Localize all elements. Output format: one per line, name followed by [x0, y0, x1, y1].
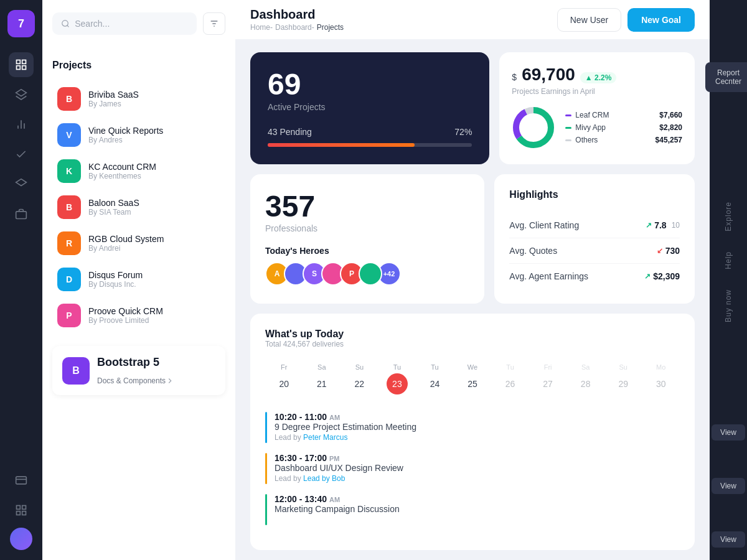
calendar-day[interactable]: Tu 23 [378, 358, 416, 399]
buy-now-tab[interactable]: Buy now [716, 279, 740, 332]
event-details: 16:30 - 17:00 PM Dashboard UI/UX Design … [275, 453, 403, 484]
legend-name: Mivy App [575, 123, 645, 132]
calendar-day[interactable]: Tu 26 [491, 358, 529, 399]
bootstrap-banner: B Bootstrap 5 Docs & Components [52, 346, 225, 395]
professionals-card: 357 Professionals Today's Heroes ASP+42 [250, 174, 484, 304]
day-number: 28 [575, 373, 596, 394]
event-time: 12:00 - 13:40 AM [275, 494, 400, 504]
project-item-briviba[interactable]: B Briviba SaaS By James [52, 81, 225, 117]
sidebar-item-chart[interactable] [9, 112, 34, 137]
project-logo-rgb: R [57, 231, 81, 255]
highlight-row: Avg. Quotes ↙ 730 [509, 238, 680, 264]
project-logo-disqus: D [57, 268, 81, 291]
sidebar-item-grid2[interactable] [9, 498, 34, 523]
breadcrumb-nav: Home- Dashboard- Projects [250, 23, 344, 32]
highlights-list: Avg. Client Rating ↗ 7.810 Avg. Quotes ↙… [509, 213, 680, 289]
sidebar-item-grid[interactable] [9, 52, 34, 77]
progress-percent: 72% [454, 127, 472, 137]
event-person-link[interactable]: Peter Marcus [303, 433, 347, 442]
projects-panel: Projects B Briviba SaaS By James V Vine … [42, 0, 235, 560]
sidebar-item-check[interactable] [9, 142, 34, 167]
new-goal-button[interactable]: New Goal [627, 8, 695, 32]
day-name: Mo [644, 363, 677, 371]
project-item-proove[interactable]: P Proove Quick CRM By Proove Limited [52, 297, 225, 334]
filter-button[interactable] [203, 12, 225, 35]
calendar-day[interactable]: We 25 [454, 358, 492, 399]
project-info-baloon: Baloon SaaS By SIA Team [88, 198, 139, 217]
bottom-row: What's up Today Total 424,567 deliveries… [250, 314, 695, 550]
view-button-2[interactable]: View [712, 478, 745, 494]
earnings-amount-item: $45,257 [655, 136, 682, 144]
report-center-button[interactable]: Report Cecnter [705, 62, 747, 92]
event-lead: Lead by Peter Marcus [275, 433, 416, 442]
chevron-right-icon [166, 376, 174, 385]
project-item-kc[interactable]: K KC Account CRM By Keenthemes [52, 153, 225, 189]
explore-tab[interactable]: Explore [716, 192, 740, 241]
bottom-user-avatar[interactable] [10, 528, 32, 550]
project-info-proove: Proove Quick CRM By Proove Limited [88, 306, 163, 325]
sidebar-item-stack[interactable] [9, 172, 34, 197]
highlight-value: ↗ 7.810 [646, 220, 680, 230]
day-name: Su [607, 363, 640, 371]
sidebar-item-briefcase[interactable] [9, 202, 34, 226]
sidebar-item-layers[interactable] [9, 82, 34, 107]
project-logo-briviba: B [57, 87, 81, 111]
top-row: 69 Active Projects 43 Pending 72% $ [250, 52, 695, 164]
day-name: Sa [569, 363, 602, 371]
calendar-day[interactable]: Fri 27 [529, 358, 567, 399]
trend-icon: ↗ [646, 221, 652, 230]
day-number: 27 [537, 373, 558, 394]
day-number: 30 [651, 373, 672, 394]
project-info-kc: KC Account CRM By Keenthemes [88, 162, 156, 180]
calendar-day[interactable]: Fr 20 [265, 358, 303, 399]
earnings-amount-item: $2,820 [655, 123, 682, 132]
progress-bar-fill [268, 143, 415, 147]
legend-dot [565, 127, 571, 129]
event-person-link[interactable]: Lead by Bob [303, 474, 345, 483]
legend-dot [565, 139, 571, 141]
left-sidebar: 7 [0, 0, 42, 560]
schedule-title: What's up Today [265, 329, 680, 340]
progress-bar-track [268, 143, 472, 147]
day-name: Sa [306, 363, 339, 371]
calendar-day[interactable]: Tu 24 [416, 358, 454, 399]
trend-icon: ↗ [644, 272, 651, 281]
view-button-3[interactable]: View [712, 531, 745, 548]
highlight-row: Avg. Client Rating ↗ 7.810 [509, 213, 680, 238]
event-item: 12:00 - 13:40 AM Marketing Campaign Disc… [265, 494, 680, 525]
avatars-row: ASP+42 [265, 262, 469, 286]
event-title: 9 Degree Project Estimation Meeting [275, 422, 416, 432]
project-item-disqus[interactable]: D Disqus Forum By Disqus Inc. [52, 261, 225, 297]
project-info-vine: Vine Quick Reports By Andres [88, 126, 163, 144]
day-number: 23 [387, 373, 408, 394]
event-ampm: AM [329, 414, 340, 421]
highlights-title: Highlights [509, 189, 680, 200]
project-by-disqus: By Disqus Inc. [88, 280, 143, 289]
breadcrumb-projects: Projects [317, 23, 344, 32]
user-badge[interactable]: 7 [7, 10, 35, 37]
legend-name: Leaf CRM [575, 111, 645, 119]
day-name: Su [343, 363, 376, 371]
heroes-label: Today's Heroes [265, 246, 469, 256]
calendar-day[interactable]: Su 29 [604, 358, 642, 399]
day-name: We [456, 363, 489, 371]
help-tab[interactable]: Help [716, 241, 740, 279]
calendar-day[interactable]: Su 22 [341, 358, 378, 399]
new-user-button[interactable]: New User [557, 8, 621, 32]
project-item-vine[interactable]: V Vine Quick Reports By Andres [52, 117, 225, 153]
project-item-rgb[interactable]: R RGB Cloud System By Andrei [52, 225, 225, 261]
project-by-baloon: By SIA Team [88, 208, 139, 217]
search-input[interactable] [75, 19, 188, 29]
day-name: Tu [418, 363, 451, 371]
earnings-dollar: $ [512, 72, 517, 82]
calendar-day[interactable]: Mo 30 [642, 358, 680, 399]
project-name-baloon: Baloon SaaS [88, 198, 139, 208]
calendar-day[interactable]: Sa 28 [566, 358, 604, 399]
sidebar-item-card[interactable] [9, 468, 34, 493]
svg-rect-12 [17, 506, 21, 510]
project-item-baloon[interactable]: B Baloon SaaS By SIA Team [52, 189, 225, 225]
event-title: Dashboard UI/UX Design Review [275, 463, 403, 473]
calendar-day[interactable]: Sa 21 [303, 358, 341, 399]
day-name: Tu [381, 363, 414, 371]
view-button-1[interactable]: View [712, 424, 745, 441]
